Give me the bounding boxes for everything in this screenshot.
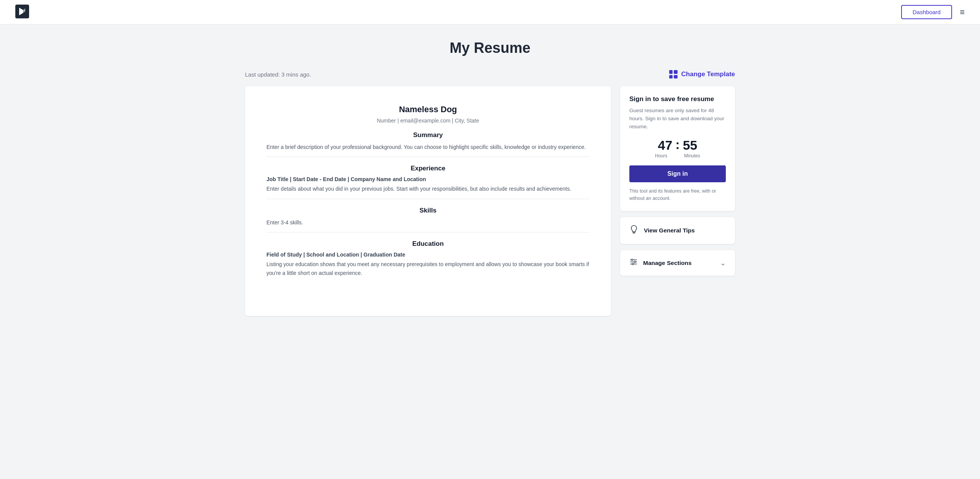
manage-left: Manage Sections [629, 258, 692, 268]
minutes-label: Minutes [684, 153, 700, 159]
menu-icon[interactable]: ≡ [960, 8, 965, 16]
timer-minutes: 55 [683, 139, 697, 152]
resume-contact: Number | email@example.com | City, State [266, 118, 590, 124]
lightbulb-icon [629, 225, 639, 236]
timer-labels: Hours Minutes [629, 153, 726, 159]
education-title: Education [266, 240, 590, 248]
svg-point-6 [632, 263, 634, 265]
main-layout: Nameless Dog Number | email@example.com … [245, 86, 735, 316]
change-template-label: Change Template [681, 70, 735, 78]
job-title: Job Title | Start Date - End Date | Comp… [266, 176, 590, 182]
summary-body: Enter a brief description of your profes… [266, 143, 590, 151]
nav-right: Dashboard ≡ [901, 5, 965, 19]
skills-body: Enter 3-4 skills. [266, 218, 590, 227]
svg-point-5 [634, 261, 636, 263]
timer-row: 47 : 55 [629, 138, 726, 152]
dashboard-button[interactable]: Dashboard [901, 5, 952, 19]
tips-label: View General Tips [644, 227, 695, 234]
chevron-down-icon: ⌄ [720, 259, 726, 267]
sliders-icon [629, 258, 638, 268]
hours-label: Hours [655, 153, 667, 159]
last-updated-text: Last updated: 3 mins ago. [245, 71, 311, 78]
summary-title: Summary [266, 131, 590, 139]
skills-title: Skills [266, 207, 590, 214]
sign-in-button[interactable]: Sign in [629, 165, 726, 182]
timer-hours: 47 [658, 139, 673, 152]
svg-point-4 [631, 259, 633, 261]
sign-in-card: Sign in to save free resume Guest resume… [620, 86, 735, 211]
education-body: Listing your education shows that you me… [266, 260, 590, 277]
timer-colon: : [675, 138, 679, 152]
top-bar: Last updated: 3 mins ago. Change Templat… [245, 70, 735, 78]
education-field: Field of Study | School and Location | G… [266, 252, 590, 258]
page-container: My Resume Last updated: 3 mins ago. Chan… [222, 25, 758, 331]
sidebar: Sign in to save free resume Guest resume… [620, 86, 735, 276]
page-title: My Resume [245, 40, 735, 56]
sign-in-footer: This tool and its features are free, wit… [629, 188, 726, 202]
experience-title: Experience [266, 165, 590, 172]
sign-in-title: Sign in to save free resume [629, 95, 726, 103]
grid-icon [669, 70, 678, 78]
logo [15, 5, 29, 20]
manage-label: Manage Sections [643, 260, 692, 266]
resume-card: Nameless Dog Number | email@example.com … [245, 86, 611, 316]
change-template-button[interactable]: Change Template [669, 70, 735, 78]
tips-card[interactable]: View General Tips [620, 217, 735, 244]
manage-sections-card[interactable]: Manage Sections ⌄ [620, 250, 735, 276]
navbar: Dashboard ≡ [0, 0, 980, 25]
sign-in-desc: Guest resumes are only saved for 48 hour… [629, 107, 726, 131]
experience-body: Enter details about what you did in your… [266, 185, 590, 193]
resume-name: Nameless Dog [266, 105, 590, 114]
